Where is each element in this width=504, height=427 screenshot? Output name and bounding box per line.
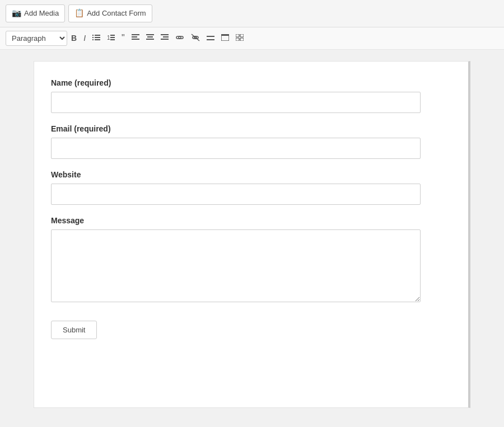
name-input[interactable] xyxy=(51,92,421,113)
message-label: Message xyxy=(51,216,432,225)
italic-button[interactable]: I xyxy=(81,32,88,44)
horizontal-rule-button[interactable] xyxy=(204,32,217,44)
svg-rect-5 xyxy=(95,39,100,40)
svg-rect-20 xyxy=(207,36,214,37)
name-field-group: Name (required) xyxy=(51,78,432,113)
message-textarea[interactable] xyxy=(51,229,421,302)
editor-area: Name (required) Email (required) Website… xyxy=(0,50,504,427)
svg-rect-12 xyxy=(132,39,139,40)
svg-rect-14 xyxy=(147,36,153,37)
add-media-icon: 📷 xyxy=(12,8,21,19)
paragraph-select[interactable]: Paragraph Heading 1 Heading 2 Heading 3 … xyxy=(6,31,67,46)
unordered-list-button[interactable] xyxy=(90,31,103,45)
ordered-list-button[interactable]: 1. xyxy=(104,31,118,45)
submit-button[interactable]: Submit xyxy=(51,321,97,339)
svg-rect-17 xyxy=(163,36,169,37)
svg-rect-18 xyxy=(161,39,169,40)
svg-rect-1 xyxy=(95,35,100,36)
editor-content: Name (required) Email (required) Website… xyxy=(34,61,470,408)
add-media-label: Add Media xyxy=(24,8,59,18)
toolbar-top: 📷 Add Media 📋 Add Contact Form xyxy=(0,0,504,27)
website-field-group: Website xyxy=(51,170,432,205)
add-contact-form-icon: 📋 xyxy=(74,8,84,19)
bold-button[interactable]: B xyxy=(68,32,80,44)
svg-rect-2 xyxy=(92,37,94,38)
blockquote-button[interactable]: " xyxy=(119,31,128,45)
svg-rect-16 xyxy=(161,34,169,35)
align-right-button[interactable] xyxy=(158,32,171,44)
svg-rect-24 xyxy=(236,34,239,37)
svg-rect-7 xyxy=(110,35,115,36)
message-field-group: Message xyxy=(51,216,432,304)
add-contact-form-button[interactable]: 📋 Add Contact Form xyxy=(68,4,152,22)
website-input[interactable] xyxy=(51,184,421,205)
email-field-group: Email (required) xyxy=(51,124,432,159)
svg-rect-25 xyxy=(240,34,244,37)
toolbar-toggle-button[interactable] xyxy=(233,32,246,44)
svg-rect-11 xyxy=(132,36,137,37)
svg-rect-21 xyxy=(207,39,214,40)
add-media-button[interactable]: 📷 Add Media xyxy=(6,4,65,22)
unlink-button[interactable] xyxy=(188,31,203,45)
svg-rect-26 xyxy=(236,38,239,41)
svg-rect-8 xyxy=(110,37,115,38)
format-toolbar: Paragraph Heading 1 Heading 2 Heading 3 … xyxy=(0,27,504,50)
name-label: Name (required) xyxy=(51,78,432,87)
svg-rect-0 xyxy=(92,35,94,36)
svg-rect-9 xyxy=(110,39,115,40)
svg-rect-4 xyxy=(92,39,94,40)
email-label: Email (required) xyxy=(51,124,432,133)
svg-rect-3 xyxy=(95,37,100,38)
align-center-button[interactable] xyxy=(143,32,157,44)
svg-rect-23 xyxy=(221,34,229,36)
add-contact-form-label: Add Contact Form xyxy=(87,8,146,18)
website-label: Website xyxy=(51,170,432,179)
submit-label: Submit xyxy=(63,326,85,334)
contact-form-preview: Name (required) Email (required) Website… xyxy=(51,78,432,339)
svg-rect-13 xyxy=(146,34,154,35)
svg-rect-15 xyxy=(146,39,154,40)
svg-rect-27 xyxy=(240,38,244,41)
align-left-button[interactable] xyxy=(129,32,142,44)
link-button[interactable] xyxy=(172,32,187,44)
email-input[interactable] xyxy=(51,138,421,159)
fullscreen-button[interactable] xyxy=(218,32,232,44)
svg-rect-10 xyxy=(132,34,139,35)
